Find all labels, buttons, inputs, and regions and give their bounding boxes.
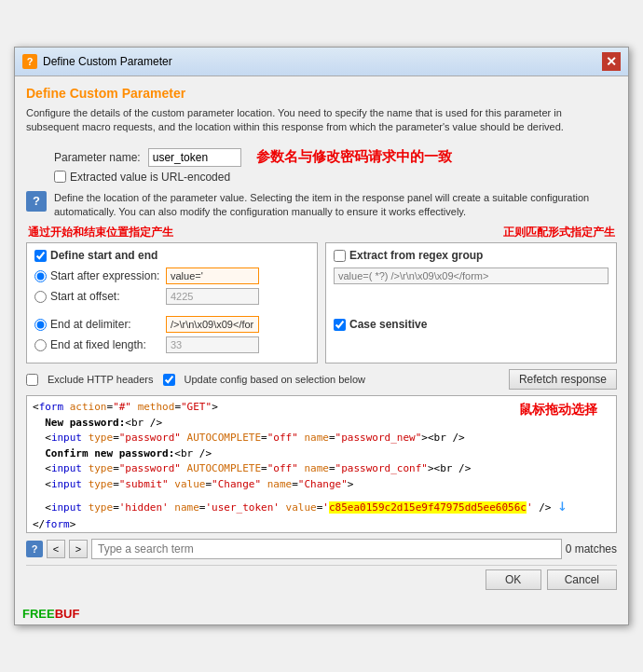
start-offset-label: Start at offset: xyxy=(50,290,162,303)
end-delimiter-radio[interactable] xyxy=(34,319,47,331)
extract-regex-label: Extract from regex group xyxy=(349,249,483,262)
regex-input[interactable] xyxy=(334,267,609,284)
matches-text: 0 matches xyxy=(566,542,617,555)
annotation-left: 通过开始和结束位置指定产生 xyxy=(28,225,173,240)
second-section: ? Define the location of the parameter v… xyxy=(26,191,617,220)
close-button[interactable]: ✕ xyxy=(602,52,621,71)
start-after-input[interactable] xyxy=(166,267,259,284)
end-delimiter-input[interactable] xyxy=(166,316,259,333)
param-name-row: Parameter name: 参数名与修改密码请求中的一致 xyxy=(54,148,617,167)
refetch-button[interactable]: Refetch response xyxy=(509,369,617,390)
action-footer: OK Cancel xyxy=(26,565,617,594)
left-panel: Define start and end Start after express… xyxy=(26,242,318,363)
case-sensitive-label: Case sensitive xyxy=(349,318,427,331)
code-line-3: <input type="password" AUTOCOMPLETE="off… xyxy=(33,431,610,446)
end-delimiter-row: End at delimiter: xyxy=(34,316,309,333)
cancel-button[interactable]: Cancel xyxy=(547,569,617,590)
param-name-input[interactable] xyxy=(148,148,241,167)
search-help-icon[interactable]: ? xyxy=(26,541,43,557)
ok-button[interactable]: OK xyxy=(486,569,541,590)
define-custom-parameter-dialog: ? Define Custom Parameter ✕ Define Custo… xyxy=(14,47,629,626)
extract-regex-checkbox[interactable] xyxy=(334,250,346,262)
dialog-icon: ? xyxy=(22,54,37,69)
logo-red: BUF xyxy=(55,607,80,621)
nav-next-button[interactable]: > xyxy=(69,540,88,558)
description2-text: Define the location of the parameter val… xyxy=(54,191,617,220)
annotation1: 参数名与修改密码请求中的一致 xyxy=(256,148,452,166)
code-box[interactable]: <form action="#" method="GET"> New passw… xyxy=(26,395,617,533)
right-panel: Extract from regex group Case sensitive xyxy=(325,242,617,363)
bottom-options-row: Exclude HTTP headers Update config based… xyxy=(26,369,617,390)
url-encoded-label: Extracted value is URL-encoded xyxy=(70,171,230,184)
panels-row: Define start and end Start after express… xyxy=(26,242,617,363)
update-config-checkbox[interactable] xyxy=(163,374,175,386)
start-after-radio[interactable] xyxy=(34,270,47,282)
url-encoded-row: Extracted value is URL-encoded xyxy=(54,171,617,184)
nav-prev-button[interactable]: < xyxy=(47,540,65,558)
case-sensitive-row: Case sensitive xyxy=(334,318,609,331)
logo-footer: FREEBUF xyxy=(15,603,628,624)
search-input[interactable] xyxy=(91,539,562,559)
description1-text: Configure the details of the custom para… xyxy=(26,106,617,135)
annotations-row: 通过开始和结束位置指定产生 正则匹配形式指定产生 xyxy=(26,225,617,240)
help-icon2[interactable]: ? xyxy=(26,191,47,212)
url-encoded-checkbox[interactable] xyxy=(54,171,66,183)
code-line-8: </form> xyxy=(33,517,610,533)
end-fixed-radio[interactable] xyxy=(34,339,47,351)
define-start-end-row: Define start and end xyxy=(34,249,309,262)
code-line-4: Confirm new password:<br /> xyxy=(33,446,610,462)
start-offset-row: Start at offset: xyxy=(34,288,309,305)
end-fixed-label: End at fixed length: xyxy=(50,338,162,351)
exclude-http-label: Exclude HTTP headers xyxy=(48,374,154,385)
exclude-http-checkbox[interactable] xyxy=(26,374,38,386)
define-start-end-checkbox[interactable] xyxy=(34,250,47,262)
update-config-label: Update config based on selection below xyxy=(185,374,365,385)
title-bar-left: ? Define Custom Parameter xyxy=(22,54,172,69)
code-line-7: <input type='hidden' name='user_token' v… xyxy=(33,492,610,517)
description1-row: Configure the details of the custom para… xyxy=(26,106,617,143)
dialog-body: Define Custom Parameter Configure the de… xyxy=(15,76,628,604)
case-sensitive-checkbox[interactable] xyxy=(334,319,346,331)
start-offset-radio[interactable] xyxy=(34,291,47,303)
extract-regex-row: Extract from regex group xyxy=(334,249,609,262)
logo-text: FREEBUF xyxy=(22,607,79,621)
end-fixed-row: End at fixed length: xyxy=(34,336,309,353)
section-title: Define Custom Parameter xyxy=(26,86,617,101)
annotation-right: 正则匹配形式指定产生 xyxy=(503,225,615,240)
param-name-label: Parameter name: xyxy=(54,151,141,164)
end-delimiter-label: End at delimiter: xyxy=(50,318,162,331)
dialog-title: Define Custom Parameter xyxy=(43,55,172,68)
annotation-drag: 鼠标拖动选择 xyxy=(519,402,597,418)
code-line-6: <input type="submit" value="Change" name… xyxy=(33,477,610,493)
logo-green: FREE xyxy=(22,607,55,621)
start-after-row: Start after expression: xyxy=(34,267,309,284)
start-offset-input[interactable] xyxy=(166,288,259,305)
start-after-label: Start after expression: xyxy=(50,269,162,282)
code-line-5: <input type="password" AUTOCOMPLETE="off… xyxy=(33,461,610,477)
search-footer: ? < > 0 matches xyxy=(26,539,617,559)
title-bar: ? Define Custom Parameter ✕ xyxy=(15,48,628,76)
define-start-end-label: Define start and end xyxy=(50,249,157,262)
end-fixed-input[interactable] xyxy=(166,336,259,353)
